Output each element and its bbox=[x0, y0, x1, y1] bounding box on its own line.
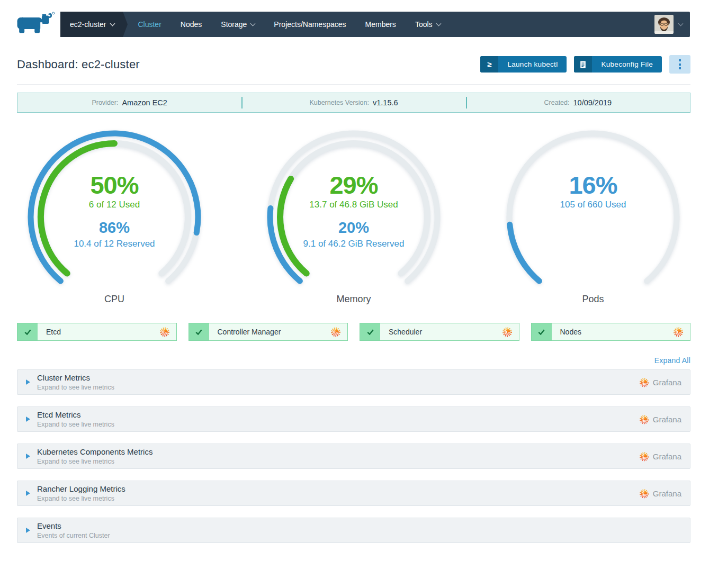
section-text: Etcd Metrics Expand to see live metrics bbox=[37, 410, 639, 428]
grafana-link[interactable]: Grafana bbox=[639, 489, 681, 499]
triangle-right-icon bbox=[26, 528, 30, 533]
section-cluster-metrics[interactable]: Cluster Metrics Expand to see live metri… bbox=[17, 369, 690, 395]
grafana-link[interactable] bbox=[673, 327, 684, 337]
grafana-icon bbox=[639, 377, 649, 387]
used-percent: 29% bbox=[329, 173, 378, 198]
expand-all-link[interactable]: Expand All bbox=[654, 356, 690, 365]
cluster-selector-label: ec2-cluster bbox=[70, 20, 106, 29]
grafana-link[interactable]: Grafana bbox=[639, 451, 681, 462]
header-actions: ≥ Launch kubectl Kubeconfig File bbox=[473, 55, 690, 74]
check-icon bbox=[17, 323, 38, 340]
grafana-link[interactable]: Grafana bbox=[639, 414, 681, 424]
chevron-down-icon bbox=[110, 21, 115, 26]
section-events[interactable]: Events Events of current Cluster bbox=[17, 518, 690, 543]
status-card-label: Scheduler bbox=[389, 328, 502, 336]
reserved-detail: 10.4 of 12 Reserved bbox=[74, 239, 155, 249]
triangle-right-icon bbox=[26, 379, 30, 385]
cpu-gauge: 50% 6 of 12 Used86% 10.4 of 12 ReservedC… bbox=[19, 124, 210, 305]
more-actions-button[interactable] bbox=[669, 55, 690, 74]
kubeconfig-file-button[interactable]: Kubeconfig File bbox=[574, 56, 662, 73]
grafana-link[interactable] bbox=[159, 327, 170, 337]
gauge-label: Memory bbox=[258, 294, 449, 305]
reserved-percent: 86% bbox=[99, 219, 130, 237]
nav-item-projects-namespaces[interactable]: Projects/Namespaces bbox=[274, 20, 346, 29]
info-label: Created: bbox=[544, 99, 570, 106]
metrics-sections: Cluster Metrics Expand to see live metri… bbox=[17, 369, 690, 543]
gauge-label: CPU bbox=[19, 294, 210, 305]
triangle-right-icon bbox=[26, 454, 30, 459]
header-divider bbox=[17, 84, 690, 85]
nav-item-label: Nodes bbox=[181, 20, 202, 29]
nav-item-storage[interactable]: Storage bbox=[221, 20, 255, 29]
status-card-controller-manager: Controller Manager bbox=[189, 323, 348, 341]
section-subtitle: Events of current Cluster bbox=[37, 532, 681, 539]
kubeconfig-file-label: Kubeconfig File bbox=[592, 60, 662, 68]
launch-kubectl-button[interactable]: ≥ Launch kubectl bbox=[480, 56, 567, 73]
gauge-label: Pods bbox=[498, 294, 688, 305]
ellipsis-icon bbox=[679, 59, 681, 61]
info-label: Kubernetes Version: bbox=[309, 99, 369, 106]
cluster-selector[interactable]: ec2-cluster bbox=[60, 12, 123, 37]
grafana-link[interactable]: Grafana bbox=[639, 377, 681, 387]
section-etcd-metrics[interactable]: Etcd Metrics Expand to see live metrics … bbox=[17, 406, 690, 432]
nav-item-members[interactable]: Members bbox=[365, 20, 396, 29]
avatar-illustration bbox=[654, 15, 674, 34]
used-percent: 50% bbox=[90, 173, 138, 198]
section-subtitle: Expand to see live metrics bbox=[37, 421, 639, 428]
chevron-down-icon bbox=[678, 21, 684, 26]
status-card-etcd: Etcd bbox=[17, 323, 177, 341]
section-title: Events bbox=[37, 521, 681, 530]
avatar[interactable] bbox=[654, 15, 674, 34]
status-card-label: Controller Manager bbox=[218, 328, 331, 336]
used-detail: 105 of 660 Used bbox=[560, 200, 626, 210]
chevron-down-icon bbox=[436, 21, 441, 26]
grafana-label: Grafana bbox=[653, 415, 681, 424]
info-value: 10/09/2019 bbox=[573, 98, 612, 107]
grafana-link[interactable] bbox=[502, 327, 513, 337]
section-kubernetes-components-metrics[interactable]: Kubernetes Components Metrics Expand to … bbox=[17, 444, 690, 469]
section-title: Kubernetes Components Metrics bbox=[37, 447, 639, 456]
section-subtitle: Expand to see live metrics bbox=[37, 495, 639, 502]
section-title: Cluster Metrics bbox=[37, 373, 639, 382]
gauges-row: 50% 6 of 12 Used86% 10.4 of 12 ReservedC… bbox=[17, 124, 690, 305]
nav-item-cluster[interactable]: Cluster bbox=[138, 20, 161, 29]
pods-gauge: 16% 105 of 660 UsedPods bbox=[498, 124, 688, 305]
status-card-label: Etcd bbox=[46, 328, 159, 336]
cluster-info-bar: Provider: Amazon EC2Kubernetes Version: … bbox=[17, 93, 690, 113]
section-title: Etcd Metrics bbox=[37, 410, 639, 419]
grafana-icon bbox=[639, 489, 649, 499]
user-menu[interactable] bbox=[654, 15, 690, 34]
rancher-logo[interactable] bbox=[15, 10, 57, 37]
gauge-center-text: 16% 105 of 660 Used bbox=[498, 124, 688, 305]
component-status-cards: Etcd Controller Manager Scheduler bbox=[17, 323, 690, 341]
nav-item-label: Members bbox=[365, 20, 396, 29]
nav-items: ClusterNodesStorageProjects/NamespacesMe… bbox=[138, 20, 459, 29]
page-header: Dashboard: ec2-cluster ≥ Launch kubectl … bbox=[17, 55, 690, 74]
expand-all-row: Expand All bbox=[17, 356, 690, 365]
grafana-icon bbox=[159, 327, 170, 337]
info-label: Provider: bbox=[92, 99, 118, 106]
triangle-right-icon bbox=[26, 491, 30, 496]
triangle-right-icon bbox=[26, 417, 30, 422]
info-value: v1.15.6 bbox=[373, 98, 398, 107]
section-text: Cluster Metrics Expand to see live metri… bbox=[37, 373, 639, 391]
info-cell-1: Kubernetes Version: v1.15.6 bbox=[241, 93, 465, 112]
section-rancher-logging-metrics[interactable]: Rancher Logging Metrics Expand to see li… bbox=[17, 481, 690, 506]
status-card-nodes: Nodes bbox=[531, 323, 691, 341]
nav-item-nodes[interactable]: Nodes bbox=[181, 20, 202, 29]
nav-item-tools[interactable]: Tools bbox=[415, 20, 441, 29]
nav-item-label: Storage bbox=[221, 20, 247, 29]
section-subtitle: Expand to see live metrics bbox=[37, 384, 639, 391]
section-text: Rancher Logging Metrics Expand to see li… bbox=[37, 484, 639, 502]
grafana-icon bbox=[673, 327, 684, 337]
section-text: Kubernetes Components Metrics Expand to … bbox=[37, 447, 639, 465]
status-card-scheduler: Scheduler bbox=[360, 323, 519, 341]
check-icon bbox=[189, 323, 209, 340]
nav-item-label: Projects/Namespaces bbox=[274, 20, 346, 29]
grafana-link[interactable] bbox=[330, 327, 341, 337]
section-title: Rancher Logging Metrics bbox=[37, 484, 639, 493]
chevron-down-icon bbox=[250, 21, 256, 26]
nav-item-label: Tools bbox=[415, 20, 433, 29]
grafana-icon bbox=[502, 327, 513, 337]
info-cell-0: Provider: Amazon EC2 bbox=[17, 93, 241, 112]
